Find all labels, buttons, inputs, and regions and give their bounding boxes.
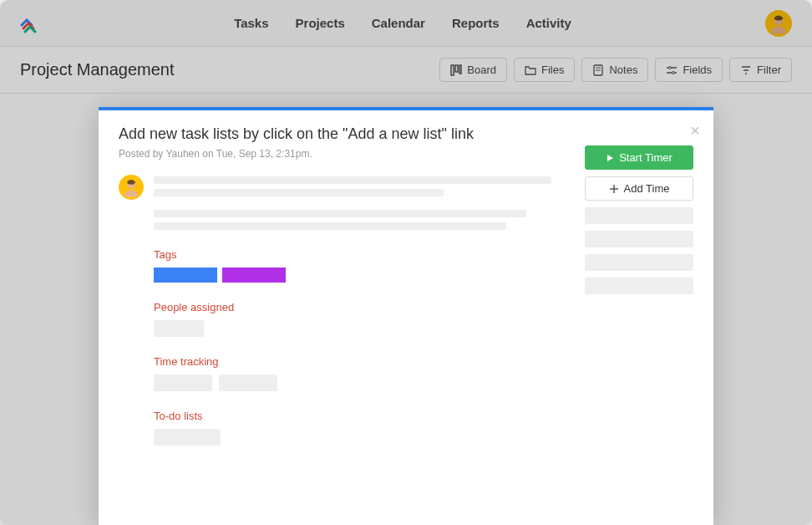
section-people: People assigned — [154, 301, 568, 337]
add-time-label: Add Time — [624, 182, 670, 195]
tags-label: Tags — [154, 248, 568, 261]
section-time: Time tracking — [154, 355, 568, 391]
section-todos: To-do lists — [154, 410, 568, 446]
sidebar-placeholder — [585, 254, 693, 271]
modal-main: Add new task lists by click on the "Add … — [119, 125, 568, 505]
tag-chip[interactable] — [222, 268, 286, 283]
sidebar-placeholder — [585, 278, 693, 294]
sidebar-placeholder — [585, 207, 693, 224]
start-timer-button[interactable]: Start Timer — [585, 145, 693, 170]
start-timer-label: Start Timer — [619, 151, 672, 164]
section-tags: Tags — [154, 248, 568, 283]
modal-sidebar: Start Timer Add Time — [585, 125, 693, 505]
time-tracking-label: Time tracking — [154, 355, 568, 368]
author-avatar[interactable] — [119, 175, 144, 200]
task-meta: Posted by Yauhen on Tue, Sep 13, 2:31pm. — [119, 148, 568, 160]
app-window: Tasks Projects Calendar Reports Activity… — [0, 0, 812, 525]
todo-placeholder — [154, 429, 221, 446]
time-value-placeholder — [219, 375, 277, 391]
people-label: People assigned — [154, 301, 568, 313]
task-detail-modal: × Add new task lists by click on the "Ad… — [99, 107, 713, 525]
task-title: Add new task lists by click on the "Add … — [119, 125, 568, 143]
plus-icon — [609, 184, 619, 194]
time-value-placeholder — [154, 375, 212, 391]
todos-label: To-do lists — [154, 410, 568, 422]
assignee-placeholder — [154, 320, 204, 337]
tag-chip[interactable] — [154, 268, 217, 283]
description-placeholder — [154, 175, 568, 230]
close-icon[interactable]: × — [690, 122, 700, 139]
play-icon — [606, 154, 614, 162]
add-time-button[interactable]: Add Time — [585, 176, 693, 201]
task-description-row — [119, 175, 568, 230]
sidebar-placeholder — [585, 231, 693, 247]
